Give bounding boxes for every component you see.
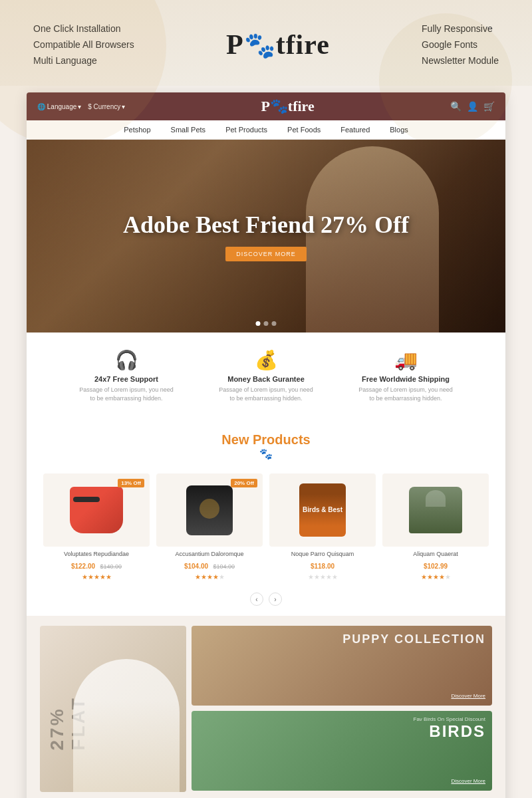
logo-prefix: P [226, 29, 244, 60]
products-grid: 13% Off Voluptates Repudiandae $122.00 $… [27, 464, 505, 587]
price-old-1: $140.00 [100, 563, 122, 570]
promo-section: 27% FLAT PUPPY COLLECTION Discover More … [27, 616, 505, 798]
product-badge-2: 20% Off [231, 479, 257, 487]
product-price-1: $122.00 $140.00 [43, 559, 150, 571]
feature-moneyback-title: Money Back Gurantee [216, 375, 316, 383]
new-products-section-title: New Products 🐾 [27, 419, 505, 464]
main-logo: P🐾tfire [226, 29, 330, 61]
logo-paw-icon: 🐾 [244, 31, 276, 60]
promo-right-banners: PUPPY COLLECTION Discover More Fav Birds… [192, 626, 492, 792]
hero-dot-3[interactable] [272, 321, 277, 326]
promo-birds-text-area: Fav Birds On Special Discount BIRDS [414, 716, 486, 741]
hero-banner: Adobe Best Friend 27% Off DISCOVER MORE [27, 140, 505, 332]
product-stars-4: ★★★★★ [382, 573, 489, 581]
feature-support-desc: Passage of Lorem ipsum, you need to be e… [76, 386, 176, 402]
feature-support-title: 24x7 Free Support [76, 375, 176, 383]
star-filled-icon: ★★★★ [421, 573, 445, 581]
price-old-2: $104.00 [213, 563, 235, 570]
promo-puppy-title: PUPPY COLLECTION [342, 632, 485, 646]
feature-shipping-title: Free Worldwide Shipping [356, 375, 456, 383]
product-name-4: Aliquam Quaerat [382, 551, 489, 557]
products-navigation: ‹ › [27, 587, 505, 616]
store-logo: P🐾tfire [261, 98, 314, 114]
hero-content: Adobe Best Friend 27% Off DISCOVER MORE [123, 211, 409, 261]
product-card-3: Birds & Best Noque Parro Quisquam $118.0… [269, 473, 376, 581]
product-stars-1: ★★★★★ [43, 573, 150, 581]
price-new-3: $118.00 [311, 563, 334, 570]
promo-birds-banner[interactable]: Fav Birds On Special Discount BIRDS Disc… [192, 711, 492, 791]
product-card-1: 13% Off Voluptates Repudiandae $122.00 $… [43, 473, 150, 581]
promo-birds-discover-button[interactable]: Discover More [451, 778, 485, 784]
product-badge-1: 13% Off [118, 479, 144, 487]
product-img-shape-1 [70, 487, 123, 533]
product-img-shape-4 [409, 487, 462, 533]
discover-more-button[interactable]: DISCOVER MORE [225, 247, 307, 261]
star-empty-icon: ★ [445, 573, 451, 581]
promo-birds-title: BIRDS [414, 722, 486, 741]
products-prev-button[interactable]: ‹ [250, 593, 263, 606]
promo-dog-shape [73, 659, 180, 792]
service-features-row: 🎧 24x7 Free Support Passage of Lorem ips… [27, 332, 505, 419]
promo-puppy-discover-button[interactable]: Discover More [451, 693, 485, 699]
product-stars-2: ★★★★★ [156, 573, 263, 581]
product-price-4: $102.99 [382, 559, 489, 571]
products-next-button[interactable]: › [269, 593, 282, 606]
hero-title: Adobe Best Friend 27% Off [123, 211, 409, 239]
product-stars-3: ★★★★★ [269, 573, 376, 581]
price-new-1: $122.00 [71, 563, 95, 570]
star-empty-icon: ★★★★★ [308, 573, 338, 581]
nav-small-pets[interactable]: Small Pets [171, 126, 206, 134]
new-products-paw-icon: 🐾 [27, 448, 505, 460]
price-new-4: $102.99 [424, 563, 448, 570]
product-price-3: $118.00 [269, 559, 376, 571]
support-icon: 🎧 [76, 349, 176, 371]
product-card-4: Aliquam Quaerat $102.99 ★★★★★ [382, 473, 489, 581]
product-image-4[interactable] [382, 473, 489, 547]
nav-pet-foods[interactable]: Pet Foods [287, 126, 321, 134]
product-image-3[interactable]: Birds & Best [269, 473, 376, 547]
store-preview: 🌐 Language ▾ $ Currency ▾ P🐾tfire 🔍 👤 🛒 … [27, 92, 505, 798]
hero-dot-1[interactable] [256, 321, 261, 326]
feature-shipping: 🚚 Free Worldwide Shipping Passage of Lor… [356, 349, 456, 402]
nav-pet-products[interactable]: Pet Products [225, 126, 267, 134]
hero-dot-2[interactable] [264, 321, 269, 326]
promo-puppy-banner[interactable]: PUPPY COLLECTION Discover More [192, 626, 492, 706]
logo-suffix: tfire [276, 29, 330, 60]
product-img-shape-2 [186, 485, 233, 535]
product-price-2: $104.00 $104.00 [156, 559, 263, 571]
promo-left-banner: 27% FLAT [40, 626, 186, 792]
nav-featured[interactable]: Featured [340, 126, 370, 134]
moneyback-icon: 💰 [216, 349, 316, 371]
feature-moneyback: 💰 Money Back Gurantee Passage of Lorem i… [216, 349, 316, 402]
star-icon: ★★★★★ [82, 573, 112, 581]
product-img-shape-3: Birds & Best [299, 483, 346, 537]
product-name-1: Voluptates Repudiandae [43, 551, 150, 557]
star-filled-icon: ★★★★ [195, 573, 219, 581]
hero-dots [256, 321, 277, 326]
main-logo-area: P🐾tfire [226, 23, 330, 66]
feature-moneyback-desc: Passage of Lorem ipsum, you need to be e… [216, 386, 316, 402]
star-empty-icon: ★ [219, 573, 225, 581]
product-name-3: Noque Parro Quisquam [269, 551, 376, 557]
feature-support: 🎧 24x7 Free Support Passage of Lorem ips… [76, 349, 176, 402]
promo-birds-subtitle: Fav Birds On Special Discount [414, 716, 486, 722]
product-name-2: Accusantium Daloromque [156, 551, 263, 557]
store-logo-paw-icon: 🐾 [270, 98, 288, 114]
feature-shipping-desc: Passage of Lorem ipsum, you need to be e… [356, 386, 456, 402]
price-new-2: $104.00 [184, 563, 208, 570]
shipping-icon: 🚚 [356, 349, 456, 371]
new-products-heading: New Products [27, 432, 505, 448]
nav-petshop[interactable]: Petshop [124, 126, 150, 134]
product-card-2: 20% Off Accusantium Daloromque $104.00 $… [156, 473, 263, 581]
